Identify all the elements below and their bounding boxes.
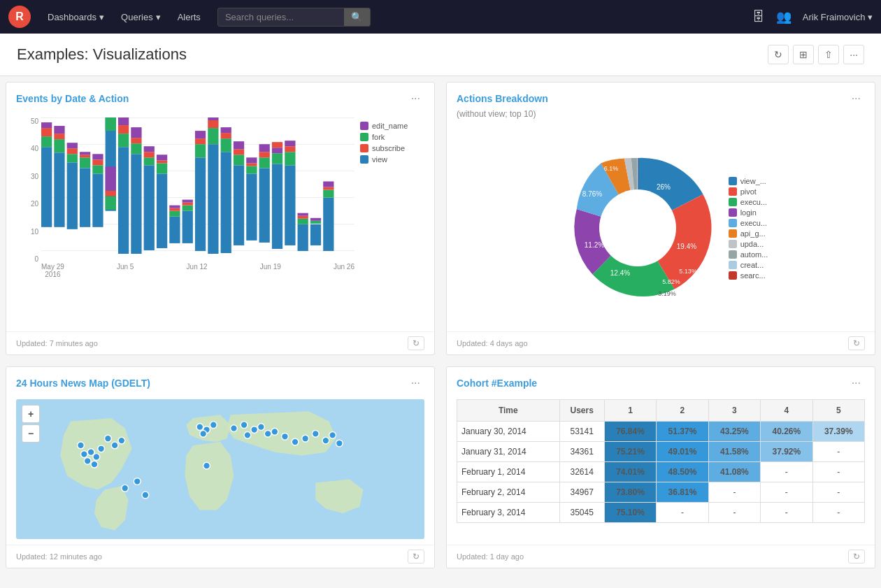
- row2-val1: 75.21%: [604, 442, 656, 462]
- cohort-menu-button[interactable]: ···: [847, 375, 865, 391]
- svg-rect-37: [157, 173, 167, 248]
- legend-color-view: [360, 155, 368, 164]
- col-users: Users: [559, 400, 604, 422]
- svg-point-114: [271, 429, 278, 436]
- users-icon[interactable]: 👥: [776, 9, 792, 24]
- svg-point-109: [241, 422, 248, 429]
- x-label-jun19: Jun 19: [260, 263, 281, 282]
- dashboards-nav[interactable]: Dashboards ▾: [42, 9, 110, 25]
- map-zoom-in-button[interactable]: +: [22, 405, 40, 423]
- queries-nav[interactable]: Queries ▾: [115, 9, 166, 25]
- events-chart-footer: Updated: 7 minutes ago ↻: [6, 331, 434, 354]
- svg-point-107: [200, 431, 207, 438]
- row3-time: February 1, 2014: [457, 462, 560, 482]
- donut-legend-execu1: execu...: [729, 198, 768, 206]
- donut-legend-color-autom: [729, 250, 737, 259]
- svg-rect-15: [80, 152, 90, 155]
- news-map-updated: Updated: 12 minutes ago: [16, 552, 102, 561]
- events-chart-menu-button[interactable]: ···: [407, 91, 424, 106]
- svg-rect-11: [67, 143, 78, 148]
- svg-rect-56: [208, 117, 218, 120]
- col-3: 3: [708, 400, 760, 422]
- cohort-refresh-button[interactable]: ↻: [848, 550, 865, 564]
- legend-color-fork: [360, 133, 368, 141]
- row3-users: 32614: [559, 462, 604, 482]
- svg-rect-39: [157, 160, 167, 163]
- row2-time: January 31, 2014: [457, 442, 560, 462]
- news-map-menu-button[interactable]: ···: [407, 375, 424, 391]
- search-button[interactable]: 🔍: [344, 8, 370, 26]
- row4-val1: 73.80%: [604, 482, 656, 503]
- table-row: January 30, 2014 53141 76.84% 51.37% 43.…: [457, 422, 865, 442]
- actions-breakdown-title: Actions Breakdown: [457, 93, 548, 104]
- donut-legend-view: view_...: [729, 177, 768, 185]
- pct-execu2: 8.76%: [582, 190, 601, 198]
- share-button[interactable]: ⇧: [818, 45, 839, 64]
- row1-val4: 40.26%: [761, 422, 812, 442]
- svg-rect-14: [80, 155, 90, 157]
- search-input[interactable]: [218, 8, 344, 26]
- svg-rect-8: [67, 162, 78, 229]
- svg-rect-30: [131, 143, 141, 154]
- donut-legend-upda: upda...: [729, 240, 768, 248]
- svg-rect-63: [234, 149, 244, 155]
- events-chart-updated: Updated: 7 minutes ago: [16, 339, 98, 347]
- row2-val5: -: [812, 442, 864, 462]
- row1-val2: 51.37%: [657, 422, 708, 442]
- svg-point-96: [98, 445, 105, 452]
- alerts-nav[interactable]: Alerts: [172, 9, 206, 25]
- x-label-jun5: Jun 5: [117, 263, 134, 282]
- svg-rect-24: [106, 166, 116, 190]
- svg-rect-67: [246, 163, 257, 166]
- actions-breakdown-body: 26% 19.4% 12.4% 11.2% 8.76% 6.1% 5.82% 5…: [447, 124, 875, 331]
- y-label-40: 40: [16, 145, 38, 152]
- chart-y-axis: 50 40 30 20 10 0: [16, 115, 41, 282]
- row2-val2: 49.01%: [657, 442, 708, 462]
- y-label-20: 20: [16, 200, 38, 208]
- map-zoom-out-button[interactable]: −: [22, 424, 40, 443]
- svg-rect-49: [195, 157, 206, 251]
- events-chart-widget: Events by Date & Action ··· 50 40 30 20 …: [6, 82, 435, 355]
- expand-button[interactable]: ⊞: [793, 45, 814, 64]
- svg-rect-89: [323, 190, 334, 198]
- row1-val3: 43.25%: [708, 422, 760, 442]
- news-map-footer: Updated: 12 minutes ago ↻: [6, 545, 434, 568]
- world-map-svg: [16, 399, 424, 539]
- chart-x-axis: May 292016 Jun 5 Jun 12 Jun 19 Jun 26: [41, 263, 354, 282]
- svg-rect-54: [208, 128, 218, 144]
- svg-rect-21: [106, 117, 116, 131]
- col-time: Time: [457, 400, 560, 422]
- donut-legend-label-login: login: [740, 208, 757, 217]
- actions-breakdown-subtitle: (without view; top 10): [447, 109, 875, 124]
- events-chart-refresh-button[interactable]: ↻: [408, 336, 424, 350]
- svg-rect-13: [80, 157, 90, 168]
- news-map-body: + −: [6, 394, 434, 545]
- actions-breakdown-refresh-button[interactable]: ↻: [848, 336, 865, 350]
- svg-rect-65: [246, 173, 257, 240]
- donut-legend-label-creat: creat...: [740, 261, 764, 269]
- donut-legend-color-execu1: [729, 198, 737, 206]
- bar-chart-area: May 292016 Jun 5 Jun 12 Jun 19 Jun 26: [41, 115, 354, 282]
- svg-point-94: [78, 442, 85, 449]
- refresh-button[interactable]: ↻: [768, 45, 789, 64]
- svg-rect-26: [118, 134, 129, 147]
- row5-val3: -: [708, 503, 760, 523]
- svg-rect-51: [195, 138, 206, 144]
- more-button[interactable]: ···: [843, 45, 864, 64]
- svg-rect-5: [54, 139, 64, 152]
- actions-breakdown-menu-button[interactable]: ···: [847, 91, 865, 106]
- user-menu[interactable]: Arik Fraimovich ▾: [803, 12, 873, 22]
- legend-label-view: view: [372, 155, 387, 164]
- actions-breakdown-widget: Actions Breakdown ··· (without view; top…: [446, 82, 875, 355]
- svg-rect-19: [92, 154, 103, 159]
- news-map-widget: 24 Hours News Map (GDELT) ··· + −: [6, 366, 435, 568]
- y-label-30: 30: [16, 173, 38, 180]
- news-map-refresh-button[interactable]: ↻: [408, 550, 424, 564]
- database-icon[interactable]: 🗄: [752, 10, 765, 24]
- svg-rect-52: [195, 131, 206, 138]
- events-chart-header: Events by Date & Action ···: [6, 83, 434, 109]
- svg-rect-58: [221, 138, 231, 152]
- donut-legend: view_... pivot execu... login: [729, 177, 768, 280]
- pct-execu1: 12.4%: [610, 269, 629, 277]
- svg-rect-82: [298, 219, 308, 224]
